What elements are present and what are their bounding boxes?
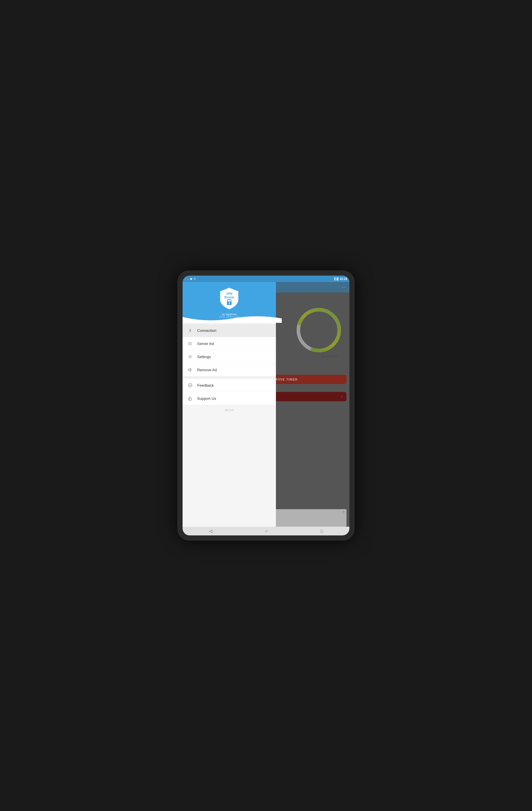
sidebar-item-label-feedback: Feedback — [197, 383, 214, 387]
sidebar-item-remove-ad[interactable]: Remove Ad — [183, 363, 276, 377]
data-up-icon: ↕ — [185, 277, 186, 280]
svg-point-7 — [189, 330, 191, 331]
signal-icon: ▐ — [333, 277, 335, 280]
bottom-nav: ◁ ○ □ — [183, 527, 349, 535]
chat-icon — [187, 382, 193, 388]
sidebar-item-label-support-us: Support Us — [197, 396, 216, 401]
svg-point-22 — [190, 385, 190, 385]
sidebar-item-settings[interactable]: Settings — [183, 350, 276, 363]
svg-point-5 — [229, 302, 230, 304]
vpn-shield-logo: VPN Russia — [219, 287, 240, 310]
sidebar-item-feedback[interactable]: Feedback — [183, 379, 276, 392]
status-bar: ↕ ↕ ▣ N ▐ ▓ 10:18 — [183, 276, 349, 282]
data-down-icon: ↕ — [187, 277, 189, 280]
drawer-menu: Connection — [183, 323, 276, 527]
gear-icon — [187, 354, 193, 359]
sidebar-item-label-settings: Settings — [197, 355, 211, 359]
status-bar-left: ↕ ↕ ▣ N — [185, 277, 196, 280]
svg-text:Russia: Russia — [225, 296, 234, 299]
n-icon: N — [194, 277, 196, 280]
main-content: CTION ⋯ ▋▋▋ ▾ 📍 ⏱ MIN — [183, 282, 349, 527]
home-button[interactable]: ○ — [259, 527, 273, 535]
shield-svg: VPN Russia — [219, 287, 240, 310]
sidebar-item-label-connection: Connection — [197, 328, 216, 333]
sidebar-item-label-server-list: Server list — [197, 341, 214, 346]
device-screen: ↕ ↕ ▣ N ▐ ▓ 10:18 CTION ⋯ — [183, 276, 349, 535]
svg-point-19 — [189, 356, 191, 357]
recent-button[interactable]: □ — [315, 527, 329, 535]
drawer-header: VPN Russia by Tap2Free VPN SERVICE — [183, 282, 276, 323]
list-icon — [187, 341, 193, 347]
sidebar-item-server-list[interactable]: Server list — [183, 337, 276, 350]
svg-point-21 — [189, 385, 189, 385]
sidebar-item-support-us[interactable]: Support Us — [183, 392, 276, 405]
thumbsup-icon — [187, 395, 193, 401]
svg-point-23 — [191, 385, 191, 385]
megaphone-icon — [187, 367, 193, 373]
svg-point-11 — [189, 342, 189, 342]
shield-container: VPN Russia — [219, 287, 240, 310]
svg-point-13 — [189, 343, 189, 343]
battery-icon: ▓ — [337, 277, 339, 280]
status-bar-right: ▐ ▓ 10:18 — [333, 277, 347, 280]
sim-icon: ▣ — [190, 277, 193, 280]
sidebar-item-label-remove-ad: Remove Ad — [197, 368, 217, 372]
side-drawer: VPN Russia by Tap2Free VPN SERVICE — [183, 282, 276, 527]
device-frame: ↕ ↕ ▣ N ▐ ▓ 10:18 CTION ⋯ — [177, 270, 355, 541]
drawer-version: ver.1.01 — [183, 405, 276, 415]
svg-text:VPN: VPN — [226, 292, 232, 295]
plug-icon — [187, 327, 193, 333]
back-button[interactable]: ◁ — [203, 527, 218, 535]
drawer-divider — [183, 377, 276, 379]
drawer-header-wave — [183, 314, 282, 323]
status-time: 10:18 — [339, 277, 347, 280]
svg-point-15 — [189, 345, 189, 345]
sidebar-item-connection[interactable]: Connection — [183, 324, 276, 337]
